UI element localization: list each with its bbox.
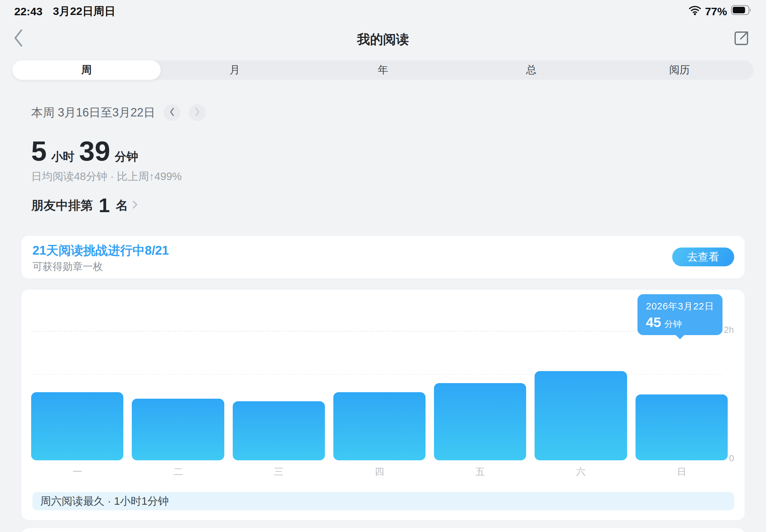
chart-tooltip: 2026年3月22日 45 分钟 bbox=[638, 294, 723, 335]
chart-bar-column bbox=[333, 290, 426, 460]
chart-day-label: 二 bbox=[132, 465, 224, 478]
week-range-label: 本周 3月16日至3月22日 bbox=[31, 105, 155, 121]
chart-day-label: 日 bbox=[636, 465, 728, 478]
chart-bars bbox=[31, 290, 728, 460]
chart-bar-一[interactable] bbox=[31, 392, 123, 460]
chart-day-label: 四 bbox=[333, 465, 426, 478]
minutes-unit: 分钟 bbox=[115, 149, 138, 165]
tab-month[interactable]: 月 bbox=[161, 60, 309, 80]
chart-bar-五[interactable] bbox=[434, 383, 526, 460]
hours-value: 5 bbox=[31, 136, 47, 165]
chart-bar-column bbox=[535, 290, 627, 460]
challenge-subtitle: 可获得勋章一枚 bbox=[32, 260, 103, 273]
status-time: 22:43 bbox=[14, 5, 43, 18]
tab-year[interactable]: 年 bbox=[309, 60, 457, 80]
chart-bar-column bbox=[31, 290, 123, 460]
rank-suffix: 名 bbox=[115, 197, 128, 214]
next-week-button[interactable] bbox=[189, 104, 206, 121]
hours-unit: 小时 bbox=[51, 149, 75, 165]
chart-day-label: 一 bbox=[31, 465, 123, 478]
chart-bar-column bbox=[434, 290, 526, 460]
status-bar: 22:43 3月22日周日 77% bbox=[0, 0, 766, 19]
chart-footnote: 周六阅读最久 · 1小时1分钟 bbox=[32, 492, 734, 510]
chart-labels: 一二三四五六日 bbox=[31, 465, 728, 478]
share-icon bbox=[732, 29, 750, 49]
friends-rank-row[interactable]: 朋友中排第 1 名 bbox=[31, 194, 138, 217]
chart-bar-column bbox=[233, 290, 325, 460]
total-reading-time: 5 小时 39 分钟 bbox=[31, 136, 182, 165]
week-nav: 本周 3月16日至3月22日 bbox=[31, 103, 206, 123]
rank-value: 1 bbox=[99, 195, 110, 215]
battery-icon bbox=[731, 5, 752, 18]
reading-summary: 5 小时 39 分钟 日均阅读48分钟 · 比上周↑499% bbox=[31, 136, 182, 184]
prev-week-button[interactable] bbox=[164, 104, 180, 121]
tooltip-date: 2026年3月22日 bbox=[646, 300, 714, 313]
chart-bar-六[interactable] bbox=[535, 371, 627, 460]
tab-week[interactable]: 周 bbox=[12, 60, 161, 80]
chart-bar-日[interactable] bbox=[636, 394, 728, 460]
tab-history[interactable]: 阅历 bbox=[605, 60, 754, 80]
view-button-label: 去查看 bbox=[687, 250, 719, 264]
share-button[interactable] bbox=[732, 29, 751, 49]
next-card-partial bbox=[21, 528, 745, 532]
chart-bar-column bbox=[132, 290, 224, 460]
challenge-view-button[interactable]: 去查看 bbox=[672, 248, 734, 266]
chevron-left-icon bbox=[169, 107, 175, 118]
y-axis-zero-label: 0 bbox=[729, 453, 734, 464]
chart-bar-二[interactable] bbox=[132, 399, 224, 460]
header: 我的阅读 bbox=[0, 20, 766, 55]
tab-bar: 周月年总阅历 bbox=[12, 60, 754, 80]
summary-subtext: 日均阅读48分钟 · 比上周↑499% bbox=[31, 169, 182, 184]
battery-percent: 77% bbox=[705, 5, 727, 18]
tooltip-unit: 分钟 bbox=[664, 318, 682, 330]
tab-total[interactable]: 总 bbox=[457, 60, 605, 80]
chart-day-label: 五 bbox=[434, 465, 526, 478]
weekly-chart-card: 2h 0 一二三四五六日 2026年3月22日 45 分钟 周六阅读最久 · 1… bbox=[21, 290, 745, 520]
chart-day-label: 六 bbox=[535, 465, 627, 478]
status-date: 3月22日周日 bbox=[53, 4, 115, 19]
challenge-card: 21天阅读挑战进行中8/21 可获得勋章一枚 去查看 bbox=[21, 236, 745, 278]
challenge-title: 21天阅读挑战进行中8/21 bbox=[32, 242, 169, 259]
wifi-icon bbox=[689, 5, 701, 18]
page-title: 我的阅读 bbox=[0, 30, 766, 48]
chevron-right-icon bbox=[194, 107, 201, 118]
chart-bar-四[interactable] bbox=[333, 392, 426, 460]
chart-bar-三[interactable] bbox=[233, 401, 325, 460]
rank-prefix: 朋友中排第 bbox=[31, 197, 93, 214]
minutes-value: 39 bbox=[79, 136, 110, 165]
chevron-right-icon bbox=[132, 199, 138, 211]
chart-day-label: 三 bbox=[233, 465, 325, 478]
tooltip-value: 45 bbox=[646, 316, 661, 329]
footnote-text: 周六阅读最久 · 1小时1分钟 bbox=[40, 494, 169, 509]
